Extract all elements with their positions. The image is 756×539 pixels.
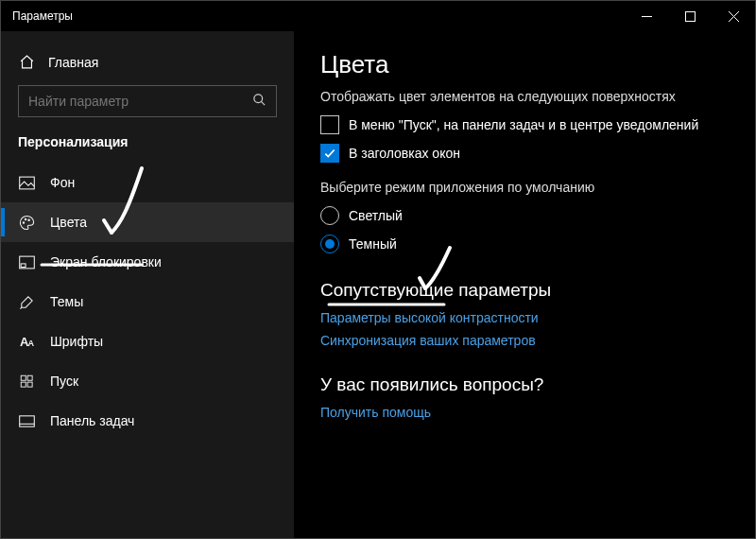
svg-rect-16 xyxy=(19,415,34,426)
palette-icon xyxy=(18,215,35,231)
sidebar-item-label: Цвета xyxy=(50,215,87,230)
radio-icon xyxy=(320,235,339,253)
home-icon xyxy=(18,54,35,70)
link-sync[interactable]: Синхронизация ваших параметров xyxy=(320,333,729,348)
svg-point-4 xyxy=(254,94,263,102)
svg-rect-14 xyxy=(21,382,26,387)
svg-rect-1 xyxy=(685,11,695,21)
questions-heading: У вас появились вопросы? xyxy=(320,374,729,395)
checkbox-icon xyxy=(320,144,339,163)
font-icon: AA xyxy=(18,335,35,349)
search-input[interactable] xyxy=(18,85,277,117)
sidebar-item-taskbar[interactable]: Панель задач xyxy=(1,401,294,441)
lockscreen-icon xyxy=(18,255,35,270)
radio-label: Светлый xyxy=(349,208,403,223)
section-title: Персонализация xyxy=(1,134,294,163)
radio-label: Темный xyxy=(349,236,397,252)
svg-point-9 xyxy=(27,218,28,219)
svg-line-5 xyxy=(261,101,265,105)
sidebar-item-label: Фон xyxy=(50,175,75,190)
search-icon xyxy=(252,93,266,111)
sidebar-item-lockscreen[interactable]: Экран блокировки xyxy=(1,242,294,282)
radio-icon xyxy=(320,206,339,225)
taskbar-icon xyxy=(18,415,35,427)
sidebar-item-label: Экран блокировки xyxy=(50,254,162,270)
home-label: Главная xyxy=(48,55,98,70)
related-heading: Сопутствующие параметры xyxy=(320,280,729,301)
accent-surfaces-heading: Отображать цвет элементов на следующих п… xyxy=(320,89,729,104)
titlebar: Параметры xyxy=(1,1,755,31)
sidebar-item-label: Шрифты xyxy=(50,334,103,349)
search-field[interactable] xyxy=(28,94,252,109)
svg-rect-15 xyxy=(27,382,32,387)
checkbox-start-taskbar[interactable]: В меню "Пуск", на панели задач и в центр… xyxy=(320,115,729,134)
content-pane: Цвета Отображать цвет элементов на следу… xyxy=(294,31,755,538)
svg-rect-11 xyxy=(21,263,26,267)
close-button[interactable] xyxy=(712,1,755,31)
settings-window: Параметры Главная Персонализация Фон xyxy=(0,0,756,539)
sidebar-item-fonts[interactable]: AA Шрифты xyxy=(1,322,294,361)
sidebar-item-start[interactable]: Пуск xyxy=(1,361,294,401)
radio-dark[interactable]: Темный xyxy=(320,235,729,253)
checkbox-label: В меню "Пуск", на панели задач и в центр… xyxy=(349,117,698,132)
window-title: Параметры xyxy=(12,9,625,23)
brush-icon xyxy=(18,294,35,310)
sidebar-item-label: Пуск xyxy=(50,374,78,389)
checkbox-titlebars[interactable]: В заголовках окон xyxy=(320,144,729,163)
minimize-button[interactable] xyxy=(625,1,668,31)
checkbox-icon xyxy=(320,115,339,134)
maximize-button[interactable] xyxy=(668,1,712,31)
radio-light[interactable]: Светлый xyxy=(320,206,729,225)
svg-point-7 xyxy=(23,221,24,222)
home-nav[interactable]: Главная xyxy=(1,48,294,85)
sidebar-item-themes[interactable]: Темы xyxy=(1,282,294,322)
link-high-contrast[interactable]: Параметры высокой контрастности xyxy=(320,310,729,325)
window-controls xyxy=(625,1,755,31)
svg-point-8 xyxy=(25,218,26,219)
svg-rect-13 xyxy=(27,375,32,380)
sidebar: Главная Персонализация Фон Цвета Экран б… xyxy=(1,31,294,538)
svg-rect-12 xyxy=(21,375,26,380)
sidebar-item-label: Панель задач xyxy=(50,413,134,428)
sidebar-item-colors[interactable]: Цвета xyxy=(1,202,294,242)
app-mode-heading: Выберите режим приложения по умолчанию xyxy=(320,180,729,195)
page-title: Цвета xyxy=(320,50,729,79)
sidebar-item-background[interactable]: Фон xyxy=(1,163,294,202)
link-help[interactable]: Получить помощь xyxy=(320,405,729,420)
start-icon xyxy=(18,374,35,389)
picture-icon xyxy=(18,176,35,190)
checkbox-label: В заголовках окон xyxy=(349,146,460,161)
svg-rect-6 xyxy=(19,177,34,189)
sidebar-item-label: Темы xyxy=(50,294,83,309)
